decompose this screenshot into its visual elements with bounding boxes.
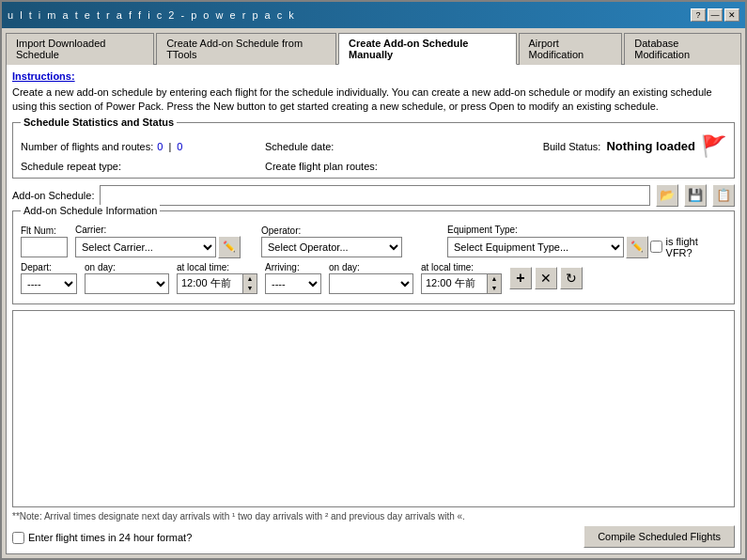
tab-create-manually[interactable]: Create Add-on Schedule Manually	[338, 33, 516, 65]
date-row: Schedule date:	[265, 134, 509, 159]
addon-schedule-input[interactable]	[100, 185, 650, 206]
main-panel: Instructions: Create a new add-on schedu…	[6, 64, 741, 554]
carrier-label: Carrier:	[75, 225, 254, 235]
operator-group: Operator: Select Operator...	[261, 226, 440, 257]
24hour-label: Enter flight times in 24 hour format?	[28, 532, 192, 543]
new-button[interactable]: 📋	[712, 184, 735, 207]
flt-num-label: Flt Num:	[21, 226, 68, 236]
arriving-time-down-button[interactable]: ▼	[488, 284, 501, 293]
flights-sep: |	[168, 141, 171, 152]
flights-row: Number of flights and routes: 0 | 0	[21, 134, 265, 159]
flag-icon: 🚩	[701, 134, 726, 159]
flight-list-area	[12, 310, 735, 507]
tab-create-tools[interactable]: Create Add-on Schedule from TTools	[156, 33, 336, 65]
window-controls: ? — ✕	[691, 8, 739, 22]
vfr-checkbox[interactable]	[650, 241, 662, 253]
minimize-button[interactable]: —	[708, 8, 723, 22]
compile-button[interactable]: Compile Scheduled Flights	[584, 525, 735, 548]
tab-airport[interactable]: Airport Modification	[519, 33, 623, 65]
equipment-label: Equipment Type:	[447, 225, 726, 235]
arriving-time-group: at local time: ▲ ▼	[421, 262, 502, 294]
addon-schedule-label: Add-on Schedule:	[12, 190, 94, 201]
arriving-day-group: on day:	[329, 262, 413, 294]
depart-group: Depart: ----	[21, 262, 77, 294]
arriving-label: Arriving:	[265, 262, 321, 272]
open-folder-button[interactable]: 📂	[656, 184, 678, 207]
depart-time-spinner: ▲ ▼	[177, 273, 257, 294]
depart-day-group: on day:	[85, 262, 169, 294]
tab-database[interactable]: Database Modification	[624, 33, 741, 65]
addon-info-group: Add-on Schedule Information Flt Num: Car…	[12, 210, 735, 304]
depart-day-label: on day:	[85, 262, 169, 272]
save-button[interactable]: 💾	[684, 184, 707, 207]
date-label: Schedule date:	[265, 141, 334, 152]
arriving-time-up-button[interactable]: ▲	[488, 274, 501, 284]
depart-time-group: at local time: ▲ ▼	[177, 262, 257, 294]
footer-note: **Note: Arrival times designate next day…	[12, 511, 735, 521]
instructions-text: Create a new add-on schedule by entering…	[12, 86, 735, 115]
flight-plan-label: Create flight plan routes:	[265, 161, 378, 172]
addon-info-title: Add-on Schedule Information	[21, 205, 160, 216]
repeat-row: Schedule repeat type:	[21, 161, 265, 172]
flights-label: Number of flights and routes:	[21, 141, 153, 152]
addon-schedule-row: Add-on Schedule: 📂 💾 📋	[12, 184, 735, 207]
depart-time-down-button[interactable]: ▼	[243, 284, 257, 293]
footer: **Note: Arrival times designate next day…	[12, 511, 735, 548]
row-action-buttons: + ✕ ↻	[509, 267, 583, 289]
arriving-day-select[interactable]	[329, 273, 413, 294]
build-status-row: Build Status: Nothing loaded 🚩	[509, 134, 726, 159]
depart-time-input[interactable]	[177, 273, 242, 294]
depart-time-spin-buttons: ▲ ▼	[242, 273, 257, 294]
arriving-time-spinner: ▲ ▼	[421, 273, 502, 294]
refresh-button[interactable]: ↻	[560, 267, 583, 289]
depart-select[interactable]: ----	[21, 273, 77, 294]
carrier-edit-button[interactable]: ✏️	[218, 236, 241, 258]
window-title: u l t i m a t e t r a f f i c 2 - p o w …	[8, 9, 296, 21]
addon-info-row1: Flt Num: Carrier: Select Carrier... ✏️	[21, 225, 726, 258]
equipment-edit-button[interactable]: ✏️	[626, 236, 648, 258]
add-flight-button[interactable]: +	[509, 267, 532, 289]
stats-group: Schedule Statistics and Status Number of…	[12, 122, 735, 179]
depart-time-label: at local time:	[177, 262, 257, 272]
operator-select[interactable]: Select Operator...	[261, 237, 402, 257]
arriving-time-label: at local time:	[421, 262, 502, 272]
vfr-label: is flight VFR?	[666, 236, 726, 258]
flights-value: 0	[157, 141, 163, 152]
build-value: Nothing loaded	[606, 139, 695, 153]
operator-label: Operator:	[261, 226, 440, 236]
tab-import[interactable]: Import Downloaded Schedule	[6, 33, 154, 65]
close-button[interactable]: ✕	[724, 8, 739, 22]
main-window: u l t i m a t e t r a f f i c 2 - p o w …	[0, 0, 747, 560]
content-area: Import Downloaded Schedule Create Add-on…	[2, 28, 745, 558]
equipment-group: Equipment Type: Select Equipment Type...…	[447, 225, 726, 258]
flights-value2: 0	[177, 141, 182, 152]
flt-num-group: Flt Num:	[21, 226, 68, 257]
equipment-select[interactable]: Select Equipment Type...	[447, 237, 624, 257]
instructions-header: Instructions:	[12, 70, 735, 82]
arriving-time-input[interactable]	[421, 273, 487, 294]
delete-flight-button[interactable]: ✕	[535, 267, 557, 289]
arriving-time-spin-buttons: ▲ ▼	[487, 273, 502, 294]
help-button[interactable]: ?	[691, 8, 706, 22]
repeat-label: Schedule repeat type:	[21, 161, 121, 172]
depart-time-up-button[interactable]: ▲	[243, 274, 257, 284]
addon-info-row2: Depart: ---- on day: at local time:	[21, 262, 726, 294]
carrier-select[interactable]: Select Carrier...	[75, 237, 216, 257]
arriving-select[interactable]: ----	[265, 273, 321, 294]
tab-bar: Import Downloaded Schedule Create Add-on…	[6, 32, 741, 64]
flight-plan-row: Create flight plan routes:	[265, 161, 509, 172]
arriving-day-label: on day:	[329, 262, 413, 272]
title-bar: u l t i m a t e t r a f f i c 2 - p o w …	[2, 2, 745, 28]
24hour-row: Enter flight times in 24 hour format?	[12, 532, 192, 544]
arriving-group: Arriving: ----	[265, 262, 321, 294]
24hour-checkbox[interactable]	[12, 532, 24, 544]
depart-label: Depart:	[21, 262, 77, 272]
vfr-checkbox-row: is flight VFR?	[650, 236, 726, 258]
stats-group-title: Schedule Statistics and Status	[21, 117, 177, 128]
carrier-group: Carrier: Select Carrier... ✏️	[75, 225, 254, 258]
depart-day-select[interactable]	[85, 273, 169, 294]
flt-num-input[interactable]	[21, 237, 68, 257]
build-label: Build Status:	[543, 141, 601, 152]
